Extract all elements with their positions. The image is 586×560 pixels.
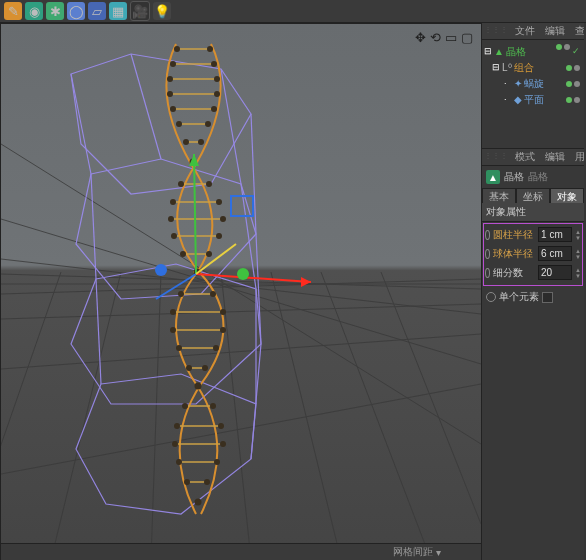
svg-point-80 (170, 309, 176, 315)
tool-sphere-icon[interactable]: ◉ (25, 2, 43, 20)
svg-point-90 (210, 403, 216, 409)
svg-point-67 (178, 181, 184, 187)
svg-point-61 (211, 106, 217, 112)
tab-edit[interactable]: 编辑 (540, 23, 570, 39)
status-text: 网格间距 (393, 545, 433, 559)
tab-file[interactable]: 文件 (510, 23, 540, 39)
input-sphere-radius[interactable] (538, 246, 572, 261)
svg-point-85 (213, 345, 219, 351)
svg-point-87 (202, 365, 208, 371)
svg-point-63 (205, 121, 211, 127)
svg-point-62 (176, 121, 182, 127)
svg-point-81 (220, 309, 226, 315)
null-icon: L⁰ (502, 60, 512, 75)
tool-cube-icon[interactable]: ▦ (109, 2, 127, 20)
svg-point-56 (167, 76, 173, 82)
svg-point-55 (211, 61, 217, 67)
svg-point-83 (220, 327, 226, 333)
parameters-group: 圆柱半径 ▲▼ 球体半径 ▲▼ 细分数 ▲▼ (483, 223, 583, 286)
tool-gear-icon[interactable]: ✱ (46, 2, 64, 20)
radio-icon[interactable] (486, 292, 496, 302)
attr-tab-edit[interactable]: 编辑 (540, 149, 570, 165)
subtab-object[interactable]: 对象 (550, 188, 584, 203)
svg-point-89 (182, 403, 188, 409)
svg-point-78 (178, 291, 184, 297)
svg-line-15 (381, 272, 481, 524)
svg-point-97 (184, 479, 190, 485)
triangle-icon: ▲ (494, 44, 504, 59)
svg-point-91 (174, 423, 180, 429)
check-icon[interactable]: ✓ (572, 44, 580, 59)
svg-point-75 (180, 251, 186, 257)
object-hierarchy[interactable]: ⊟▲晶格✓ ⊟L⁰组合 ·✦蜗旋 ·◆平面 (482, 40, 584, 148)
attr-title-2: 晶格 (528, 170, 548, 184)
svg-line-12 (1, 272, 61, 560)
svg-line-17 (131, 54, 161, 159)
tool-camera-icon[interactable]: 🎥 (130, 1, 150, 21)
hier-helix[interactable]: 蜗旋 (524, 76, 544, 91)
svg-point-65 (198, 139, 204, 145)
svg-point-68 (206, 181, 212, 187)
subtab-coord[interactable]: 坐标 (516, 188, 550, 203)
label-sphere-radius: 球体半径 (493, 247, 535, 261)
svg-point-93 (172, 441, 178, 447)
svg-point-79 (210, 291, 216, 297)
tool-pencil-icon[interactable]: ✎ (4, 2, 22, 20)
hier-group[interactable]: 组合 (514, 60, 534, 75)
svg-point-53 (207, 46, 213, 52)
tool-ring-icon[interactable]: ◯ (67, 2, 85, 20)
svg-line-11 (321, 272, 431, 560)
svg-point-88 (195, 383, 202, 390)
svg-point-52 (174, 46, 180, 52)
label-single-element: 单个元素 (499, 290, 539, 304)
tool-plane-icon[interactable]: ▱ (88, 2, 106, 20)
svg-line-8 (1, 144, 481, 444)
svg-point-69 (170, 199, 176, 205)
hud-rotate-icon[interactable]: ⟲ (430, 30, 441, 45)
attr-title-1: 晶格 (504, 170, 524, 184)
plane-icon: ◆ (514, 92, 522, 107)
svg-point-99 (195, 499, 202, 506)
spline-icon: ✦ (514, 76, 522, 91)
svg-point-106 (237, 268, 249, 280)
svg-line-16 (71, 74, 91, 174)
input-subdiv[interactable] (538, 265, 572, 280)
checkbox-single-element[interactable] (542, 292, 553, 303)
svg-line-18 (221, 69, 241, 184)
svg-line-9 (51, 272, 121, 560)
radio-icon[interactable] (485, 268, 490, 278)
svg-point-72 (220, 216, 226, 222)
svg-point-92 (218, 423, 224, 429)
viewport-perspective[interactable]: ✥ ⟲ ▭ ▢ 网格间距 ▾ (0, 23, 482, 560)
hud-max-icon[interactable]: ▢ (461, 30, 473, 45)
label-subdiv: 细分数 (493, 266, 535, 280)
hud-frame-icon[interactable]: ▭ (445, 30, 457, 45)
svg-point-59 (214, 91, 220, 97)
hier-root[interactable]: 晶格 (506, 44, 526, 59)
spinner-icon[interactable]: ▲▼ (575, 229, 581, 241)
section-object-props: 对象属性 (482, 203, 584, 222)
spinner-icon[interactable]: ▲▼ (575, 248, 581, 260)
svg-point-98 (204, 479, 210, 485)
subtab-basic[interactable]: 基本 (482, 188, 516, 203)
svg-point-84 (176, 345, 182, 351)
svg-point-96 (214, 459, 220, 465)
svg-point-70 (216, 199, 222, 205)
attr-tab-mode[interactable]: 模式 (510, 149, 540, 165)
svg-point-71 (168, 216, 174, 222)
svg-point-74 (216, 233, 222, 239)
tool-light-icon[interactable]: 💡 (153, 2, 171, 20)
spinner-icon[interactable]: ▲▼ (575, 267, 581, 279)
attr-tab-user[interactable]: 用户数据 (570, 149, 584, 165)
radio-icon[interactable] (485, 249, 490, 259)
attr-grip-icon[interactable]: ⋮⋮⋮ (482, 149, 510, 165)
panel-grip-icon[interactable]: ⋮⋮⋮ (482, 23, 510, 39)
radio-icon[interactable] (485, 230, 490, 240)
input-cyl-radius[interactable] (538, 227, 572, 242)
hud-move-icon[interactable]: ✥ (415, 30, 426, 45)
tab-view[interactable]: 查看 (570, 23, 584, 39)
svg-point-57 (214, 76, 220, 82)
hier-plane[interactable]: 平面 (524, 92, 544, 107)
svg-marker-101 (301, 277, 311, 287)
svg-point-73 (171, 233, 177, 239)
